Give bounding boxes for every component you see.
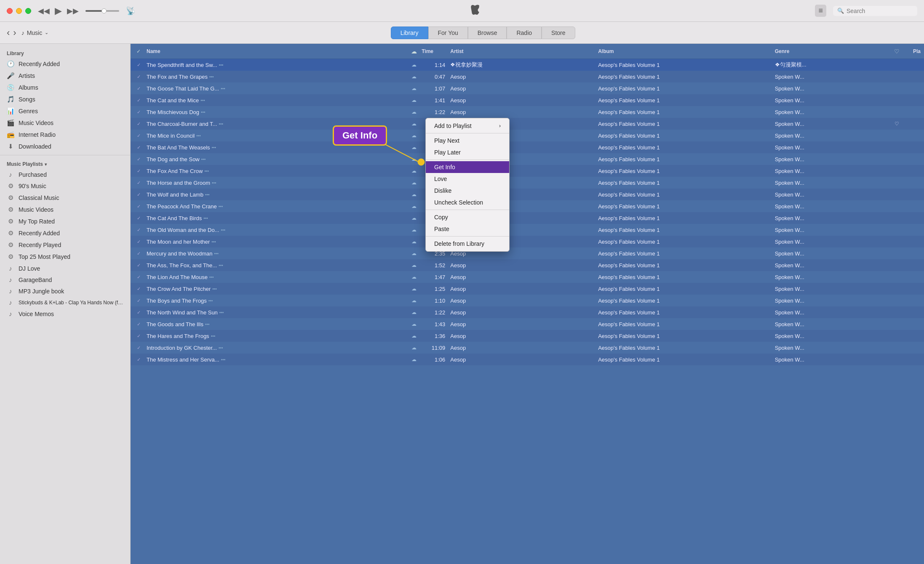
row-more-icon[interactable]: ••• [221, 357, 226, 362]
table-row[interactable]: ✓ The Moon and her Mother ••• ☁ 0:49 Aes… [131, 236, 924, 247]
cm-play-next[interactable]: Play Next [426, 135, 509, 146]
table-row[interactable]: ✓ The Mischievous Dog ••• ☁ 1:22 Aesop A… [131, 106, 924, 118]
table-row[interactable]: ✓ The Lion And The Mouse ••• ☁ 1:47 Aeso… [131, 271, 924, 283]
row-more-icon[interactable]: ••• [221, 86, 225, 91]
table-row[interactable]: ✓ The Crow And The Pitcher ••• ☁ 1:25 Ae… [131, 283, 924, 295]
cm-get-info[interactable]: Get Info [426, 161, 509, 173]
fast-forward-icon[interactable]: ▶▶ [67, 6, 79, 16]
tab-library[interactable]: Library [391, 27, 428, 39]
row-love[interactable]: ♡ [890, 121, 903, 127]
cm-add-to-playlist[interactable]: Add to Playlist › [426, 120, 509, 132]
maximize-button[interactable] [25, 8, 31, 14]
row-more-icon[interactable]: ••• [219, 204, 223, 209]
close-button[interactable] [7, 8, 13, 14]
row-more-icon[interactable]: ••• [205, 192, 210, 197]
sidebar-item-voice-memos[interactable]: ♪ Voice Memos [0, 308, 130, 319]
sidebar-item-genres[interactable]: 📊 Genres [0, 105, 130, 117]
row-more-icon[interactable]: ••• [209, 275, 214, 279]
sidebar-item-music-videos[interactable]: 🎬 Music Videos [0, 117, 130, 129]
chevron-down-icon[interactable]: ⌄ [45, 30, 48, 35]
sidebar-item-stickybuds[interactable]: ♪ Stickybuds & K+Lab - Clap Ya Hands Now… [0, 297, 130, 308]
sidebar-item-garageband[interactable]: ♪ GarageBand [0, 274, 130, 285]
table-row[interactable]: ✓ The North Wind and The Sun ••• ☁ 1:22 … [131, 306, 924, 318]
sidebar-item-recently-added[interactable]: 🕐 Recently Added [0, 58, 130, 70]
row-more-icon[interactable]: ••• [211, 334, 216, 338]
cm-love[interactable]: Love [426, 173, 509, 185]
sidebar-item-purchased[interactable]: ♪ Purchased [0, 169, 130, 180]
cm-delete-from-library[interactable]: Delete from Library [426, 238, 509, 250]
cm-play-later[interactable]: Play Later [426, 146, 509, 158]
playlists-section[interactable]: Music Playlists ▾ [0, 158, 130, 169]
table-row[interactable]: ✓ The Dog and the Sow ••• ☁ 0:45 Aesop A… [131, 153, 924, 165]
sidebar-item-music-videos-playlist[interactable]: ⚙ Music Videos [0, 204, 130, 215]
table-row[interactable]: ✓ Mercury and the Woodman ••• ☁ 2:35 Aes… [131, 247, 924, 259]
table-row[interactable]: ✓ The Boys and The Frogs ••• ☁ 1:10 Aeso… [131, 295, 924, 306]
row-more-icon[interactable]: ••• [221, 228, 225, 232]
sidebar-item-classical-music[interactable]: ⚙ Classical Music [0, 192, 130, 204]
row-more-icon[interactable]: ••• [219, 63, 224, 67]
row-more-icon[interactable]: ••• [209, 74, 214, 79]
table-row[interactable]: ✓ The Mice in Council ••• ☁ 1:... Aesop … [131, 130, 924, 141]
volume-control[interactable] [85, 10, 119, 12]
table-row[interactable]: ✓ The Goose That Laid The G... ••• ☁ 1:0… [131, 82, 924, 94]
tab-browse[interactable]: Browse [468, 27, 507, 39]
row-more-icon[interactable]: ••• [212, 181, 216, 185]
table-row[interactable]: ✓ The Fox and The Grapes ••• ☁ 0:47 Aeso… [131, 71, 924, 82]
rewind-icon[interactable]: ◀◀ [38, 6, 50, 16]
table-row[interactable]: ✓ The Charcoal-Burner and T... ••• ☁ 1:0… [131, 118, 924, 130]
row-more-icon[interactable]: ••• [208, 298, 213, 303]
sidebar-item-mp3-jungle[interactable]: ♪ MP3 Jungle book [0, 285, 130, 297]
table-row[interactable]: ✓ The Fox And The Crow ••• ☁ 1:36 Aesop … [131, 165, 924, 177]
row-more-icon[interactable]: ••• [203, 216, 208, 221]
row-more-icon[interactable]: ••• [196, 133, 201, 138]
table-row[interactable]: ✓ The Horse and the Groom ••• ☁ 1:06 Aes… [131, 177, 924, 189]
table-row[interactable]: ✓ The Peacock And The Crane ••• ☁ 0:58 A… [131, 200, 924, 212]
row-more-icon[interactable]: ••• [201, 157, 206, 162]
row-more-icon[interactable]: ••• [219, 122, 223, 126]
sidebar-item-internet-radio[interactable]: 📻 Internet Radio [0, 129, 130, 141]
minimize-button[interactable] [16, 8, 22, 14]
table-row[interactable]: ✓ The Wolf and the Lamb ••• ☁ 1:40 Aesop… [131, 189, 924, 200]
row-more-icon[interactable]: ••• [219, 346, 223, 350]
table-row[interactable]: ✓ Introduction by GK Chester... ••• ☁ 11… [131, 342, 924, 354]
table-row[interactable]: ✓ The Goods and The Ills ••• ☁ 1:43 Aeso… [131, 318, 924, 330]
search-input[interactable] [847, 8, 913, 14]
table-row[interactable]: ✓ The Mistress and Her Serva... ••• ☁ 1:… [131, 354, 924, 365]
row-more-icon[interactable]: ••• [200, 98, 205, 103]
sidebar-item-albums[interactable]: 💿 Albums [0, 82, 130, 93]
table-row[interactable]: ✓ The Cat and the Mice ••• ☁ 1:41 Aesop … [131, 94, 924, 106]
row-more-icon[interactable]: ••• [219, 263, 223, 268]
play-button[interactable]: ▶ [55, 5, 62, 16]
list-view-icon[interactable]: ≡ [815, 5, 826, 17]
row-more-icon[interactable]: ••• [211, 239, 216, 244]
row-more-icon[interactable]: ••• [204, 169, 209, 173]
table-row[interactable]: ✓ The Cat And The Birds ••• ☁ 0:56 Aesop… [131, 212, 924, 224]
cm-dislike[interactable]: Dislike [426, 185, 509, 197]
sidebar-item-90s-music[interactable]: ⚙ 90's Music [0, 180, 130, 192]
row-more-icon[interactable]: ••• [212, 287, 217, 291]
cm-copy[interactable]: Copy [426, 211, 509, 223]
table-row[interactable]: ✓ The Old Woman and the Do... ••• ☁ 2:10… [131, 224, 924, 236]
row-more-icon[interactable]: ••• [212, 145, 216, 150]
tab-for-you[interactable]: For You [428, 27, 468, 39]
sidebar-item-top-25[interactable]: ⚙ Top 25 Most Played [0, 251, 130, 263]
cm-paste[interactable]: Paste [426, 223, 509, 235]
sidebar-item-artists[interactable]: 🎤 Artists [0, 70, 130, 82]
sidebar-item-my-top-rated[interactable]: ⚙ My Top Rated [0, 215, 130, 227]
tab-store[interactable]: Store [542, 27, 575, 39]
forward-arrow[interactable]: › [13, 27, 16, 38]
row-more-icon[interactable]: ••• [214, 251, 219, 256]
search-bar[interactable]: 🔍 [833, 6, 917, 16]
table-row[interactable]: ✓ The Hares and The Frogs ••• ☁ 1:36 Aes… [131, 330, 924, 342]
tab-radio[interactable]: Radio [507, 27, 542, 39]
sidebar-item-recently-added-pl[interactable]: ⚙ Recently Added [0, 227, 130, 239]
table-row[interactable]: ✓ The Ass, The Fox, and The... ••• ☁ 1:5… [131, 259, 924, 271]
sidebar-item-songs[interactable]: 🎵 Songs [0, 93, 130, 105]
sidebar-item-downloaded[interactable]: ⬇ Downloaded [0, 141, 130, 152]
cm-uncheck-selection[interactable]: Uncheck Selection [426, 197, 509, 208]
table-row[interactable]: ✓ The Bat And The Weasels ••• ☁ 1:... Ae… [131, 141, 924, 153]
table-row[interactable]: ✓ The Spendthrift and the Sw... ••• ☁ 1:… [131, 59, 924, 71]
row-more-icon[interactable]: ••• [201, 110, 206, 114]
airplay-icon[interactable]: 📡 [126, 6, 135, 16]
row-more-icon[interactable]: ••• [219, 310, 224, 315]
